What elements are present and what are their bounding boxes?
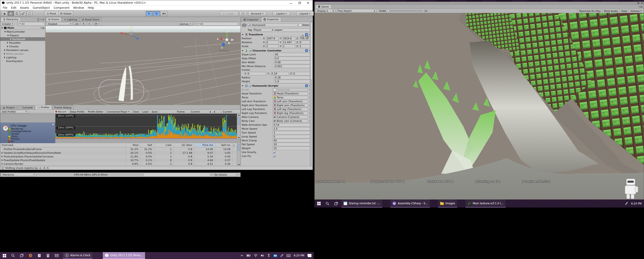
taskbar-app-images[interactable]: Images — [438, 199, 457, 207]
menu-assets[interactable]: Assets — [18, 6, 30, 10]
connected-player-dropdown[interactable]: Connected Playe — [105, 110, 131, 114]
menu-window[interactable]: Window — [72, 6, 86, 10]
shading-mode-dropdown[interactable]: Shaded — [46, 22, 73, 26]
humanoid-script-header[interactable]: Humanoid (Script) — [241, 83, 313, 88]
field-value[interactable]: 0.28 — [274, 76, 312, 79]
legend-garbagecollector[interactable]: GarbageCollector — [0, 130, 55, 133]
hand-tool-button[interactable] — [2, 11, 8, 16]
scroll-down-icon[interactable] — [238, 164, 240, 165]
tab-game[interactable]: Game — [316, 5, 332, 9]
field-value[interactable]: 0.5 — [274, 57, 312, 60]
profiler-search-input[interactable] — [141, 173, 210, 176]
transform-position-y-field[interactable]: 1624.6 — [282, 37, 295, 40]
expand-arrow-icon[interactable] — [2, 159, 3, 161]
menu-file[interactable]: File — [1, 6, 9, 10]
field-value[interactable]: 15 — [273, 147, 312, 150]
firefox-icon[interactable] — [26, 252, 35, 259]
button-maximize-on-play[interactable]: Maximize On Play — [578, 9, 602, 13]
clear-button[interactable]: Clear — [131, 110, 141, 114]
menu-component[interactable]: Component — [52, 6, 71, 10]
field-value[interactable]: Right arm (Transform) — [273, 104, 308, 107]
field-value[interactable]: 45 — [274, 53, 312, 56]
layer-dropdown[interactable] — [283, 28, 312, 32]
next-frame-button[interactable] — [214, 111, 215, 113]
transform-scale-x-field[interactable]: 1 — [266, 45, 278, 48]
start-button[interactable] — [314, 199, 323, 207]
scene-effects-dropdown[interactable] — [93, 22, 101, 26]
deep-profile-button[interactable]: Deep Profile — [68, 110, 86, 114]
menu-edit[interactable]: Edit — [10, 6, 18, 10]
field-value[interactable]: Torso — [273, 96, 308, 99]
save-button[interactable]: Save — [150, 110, 160, 114]
profiler-row-postlateupdate-playerupdatecanvases[interactable]: PostLateUpdate.PlayerUpdateCanvases11.8%… — [0, 155, 237, 158]
rotate-tool-button[interactable] — [14, 11, 20, 16]
expand-arrow-icon[interactable] — [4, 49, 5, 51]
button-gizmos[interactable]: Gizmos — [629, 9, 643, 13]
hierarchy-item-maincontroller[interactable]: MainController — [0, 30, 45, 34]
scale-slider-knob[interactable] — [387, 10, 390, 12]
expand-arrow-icon[interactable] — [7, 42, 8, 44]
profiler-row-fixedupdate-physicsfixedupdate[interactable]: FixedUpdate.PhysicsFixedUpdate10.7%0.1%8… — [0, 158, 237, 162]
tab-console[interactable]: Console — [18, 105, 35, 110]
legend-gi[interactable]: Gi — [0, 140, 55, 143]
account-dropdown[interactable]: Account — [248, 11, 266, 16]
column-self[interactable]: Self — [140, 143, 154, 147]
current-frame-button[interactable]: Current — [221, 110, 234, 114]
expand-arrow-icon[interactable] — [7, 46, 8, 47]
play-button[interactable] — [146, 11, 152, 16]
chart-scrollbar[interactable] — [237, 114, 240, 139]
mail-icon[interactable] — [52, 252, 61, 259]
field-value[interactable]: 1.9 — [274, 80, 312, 83]
hierarchy-item-lighting[interactable]: Lighting — [0, 56, 45, 59]
hierarchy-item-pausable[interactable]: Pausable — [0, 41, 45, 45]
expand-arrow-icon[interactable] — [4, 57, 5, 58]
scene-audio-toggle[interactable] — [87, 22, 92, 26]
tab-asset-store[interactable]: Asset Store — [80, 17, 102, 22]
pivot-toggle-button[interactable]: Pivot — [44, 11, 58, 16]
tab-inspector-2[interactable]: Inspector — [261, 17, 281, 22]
hierarchy-item-while-paused[interactable]: While paused — [0, 52, 45, 56]
expand-arrow-icon[interactable] — [7, 35, 9, 36]
component-enabled-checkbox[interactable] — [249, 49, 252, 52]
volume-icon[interactable] — [261, 254, 264, 257]
taskbar-app-main-texture-xcf-1-0[interactable]: Main texture.xcf-1.0 (... — [466, 199, 506, 207]
scrollbar-thumb[interactable] — [238, 117, 240, 125]
field-value[interactable]: Humanoid — [273, 88, 308, 92]
help-icon[interactable] — [305, 84, 308, 87]
scene-search-input[interactable]: All — [194, 22, 238, 26]
view-mode-dropdown[interactable]: Hierarchy — [1, 173, 36, 176]
expand-arrow-icon[interactable] — [2, 152, 3, 154]
record-button[interactable]: Record — [54, 110, 68, 114]
eye-protect-icon[interactable] — [273, 254, 277, 257]
collab-button[interactable]: Collab — [220, 11, 238, 16]
lock-icon[interactable] — [302, 36, 304, 38]
button-mute-audio[interactable]: Mute Audio — [602, 9, 619, 13]
transform-rotation-x-field[interactable]: 0 — [266, 41, 278, 44]
legend-physics[interactable]: Physics — [0, 138, 55, 140]
dictionary-icon[interactable] — [35, 252, 44, 259]
panel-menu-icon[interactable] — [40, 19, 44, 21]
minimize-icon[interactable] — [290, 2, 292, 4]
move-tool-button[interactable] — [8, 11, 14, 16]
scroll-up-icon[interactable] — [238, 114, 240, 116]
table-scrollbar[interactable] — [237, 143, 240, 166]
inspector-scrollbar[interactable] — [310, 22, 313, 166]
column-self-ms[interactable]: Self ms — [215, 143, 232, 147]
display-dropdown[interactable]: Display 1 — [316, 9, 335, 13]
field-value[interactable]: 0.08 — [274, 61, 312, 64]
column-time-ms[interactable]: Time ms — [194, 143, 215, 147]
tab-frame-debug[interactable]: Frame Debug — [52, 105, 74, 110]
field-value[interactable]: Head (Transform) — [273, 92, 308, 95]
global-toggle-button[interactable]: Global — [58, 11, 73, 16]
expand-arrow-icon[interactable] — [2, 156, 3, 157]
profile-editor-button[interactable]: Profile Editor — [86, 110, 105, 114]
clock[interactable]: 6:20 PM — [294, 254, 304, 257]
taskbar-app-assembly-csharp-s[interactable]: Assembly-CSharp - S... — [390, 199, 430, 207]
tab-project[interactable]: Project — [1, 105, 17, 110]
expand-arrow-icon[interactable] — [10, 38, 11, 40]
legend-rendering[interactable]: Rendering — [0, 128, 55, 130]
cc-center-x-field[interactable]: 0 — [247, 72, 266, 75]
show-hidden-icons-chevron[interactable] — [240, 255, 243, 256]
prev-frame-button[interactable] — [210, 111, 211, 113]
field-value[interactable]: 0.14 — [273, 123, 312, 127]
